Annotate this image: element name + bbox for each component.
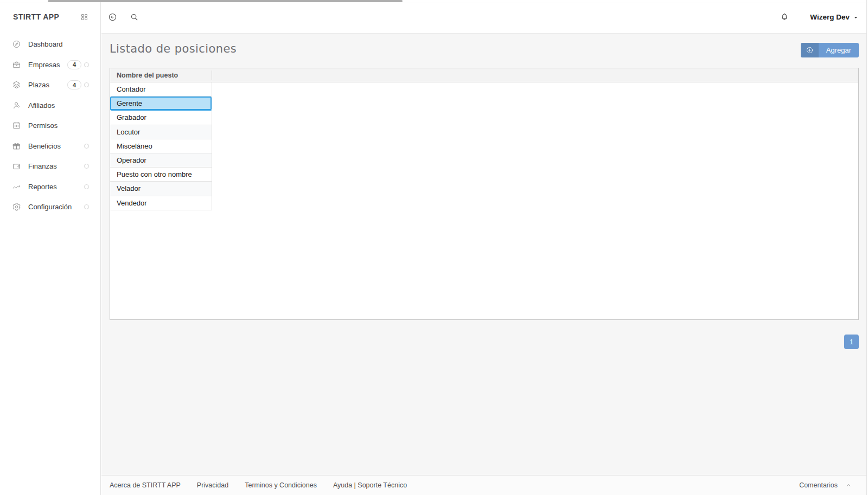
page-title: Listado de posiciones [110, 42, 237, 55]
footer-link[interactable]: Privacidad [197, 481, 228, 489]
chevron-up-icon [845, 482, 852, 488]
table-header-row: Nombre del puesto [110, 68, 858, 82]
sidebar-item-badge: 4 [67, 60, 81, 69]
search-icon[interactable] [130, 12, 139, 22]
sidebar: STIRTT APP Dashboard Empresas 4 Plazas 4… [0, 0, 101, 495]
sidebar-item-permisos[interactable]: Permisos [0, 115, 100, 136]
table-body: Contador Gerente Grabador Locutor Miscel… [110, 82, 212, 210]
sidebar-item-empresas[interactable]: Empresas 4 [0, 55, 100, 75]
user-menu[interactable]: Wizerg Dev [810, 0, 859, 34]
calendar-icon [12, 121, 21, 130]
app-window: STIRTT APP Dashboard Empresas 4 Plazas 4… [0, 0, 868, 495]
footer-link[interactable]: Acerca de STIRTT APP [110, 481, 181, 489]
gear-icon [12, 202, 21, 211]
add-button[interactable]: Agregar [801, 43, 859, 57]
apps-grid-icon[interactable] [80, 13, 88, 21]
sidebar-item-status-circle [84, 204, 89, 209]
sidebar-header: STIRTT APP [0, 0, 100, 34]
pagination: 1 [844, 335, 859, 349]
sidebar-item-configuracion[interactable]: Configuración [0, 197, 100, 217]
sidebar-item-label: Finanzas [28, 162, 84, 170]
sidebar-item-dashboard[interactable]: Dashboard [0, 34, 100, 55]
sidebar-item-status-circle [84, 144, 89, 149]
back-icon[interactable] [108, 12, 117, 22]
top-divider [0, 3, 868, 3]
positions-table: Nombre del puesto Contador Gerente Graba… [110, 68, 859, 320]
sidebar-item-status-circle [84, 82, 89, 87]
sidebar-nav: Dashboard Empresas 4 Plazas 4 Afiliados … [0, 34, 100, 217]
user-name: Wizerg Dev [810, 13, 850, 21]
wallet-icon [12, 162, 21, 171]
table-row[interactable]: Vendedor [110, 196, 212, 210]
footer: Acerca de STIRTT APP Privacidad Terminos… [101, 475, 868, 495]
sidebar-item-label: Empresas [28, 61, 67, 69]
feedback-label: Comentarios [799, 481, 838, 489]
trend-icon [12, 182, 21, 191]
sidebar-item-reportes[interactable]: Reportes [0, 177, 100, 197]
table-row[interactable]: Misceláneo [110, 139, 212, 153]
main-content: Listado de posiciones Agregar Nombre del… [101, 34, 868, 475]
table-row[interactable]: Operador [110, 153, 212, 168]
sidebar-item-status-circle [84, 184, 89, 189]
footer-links: Acerca de STIRTT APP Privacidad Terminos… [101, 481, 407, 489]
footer-link[interactable]: Terminos y Condiciones [245, 481, 317, 489]
chevron-down-icon [853, 15, 859, 21]
sidebar-item-status-circle [84, 164, 89, 169]
pagination-page-button[interactable]: 1 [844, 335, 859, 349]
table-row[interactable]: Grabador [110, 111, 212, 125]
column-divider [212, 70, 212, 80]
layers-icon [12, 80, 21, 89]
briefcase-icon [12, 60, 21, 69]
sidebar-item-label: Plazas [28, 81, 67, 89]
sidebar-item-beneficios[interactable]: Beneficios [0, 136, 100, 157]
table-row[interactable]: Locutor [110, 125, 212, 139]
notifications-bell-icon[interactable] [780, 12, 789, 22]
app-title: STIRTT APP [13, 12, 59, 21]
column-header-nombre-del-puesto[interactable]: Nombre del puesto [110, 68, 858, 82]
horizontal-scrollbar-thumb[interactable] [48, 0, 403, 2]
compass-icon [12, 40, 21, 49]
sidebar-item-finanzas[interactable]: Finanzas [0, 156, 100, 177]
footer-link[interactable]: Ayuda | Soporte Técnico [333, 481, 407, 489]
sidebar-item-label: Afiliados [28, 101, 89, 110]
user-icon [12, 101, 21, 110]
sidebar-item-label: Reportes [28, 183, 84, 191]
feedback-toggle[interactable]: Comentarios [799, 481, 868, 489]
table-row[interactable]: Velador [110, 182, 212, 196]
sidebar-item-label: Permisos [28, 121, 89, 130]
add-button-label: Agregar [819, 43, 859, 57]
sidebar-item-afiliados[interactable]: Afiliados [0, 95, 100, 116]
table-row[interactable]: Gerente [110, 97, 212, 111]
table-row[interactable]: Puesto con otro nombre [110, 168, 212, 182]
gift-icon [12, 142, 21, 151]
plus-circle-icon [801, 43, 819, 57]
sidebar-item-label: Beneficios [28, 142, 84, 150]
sidebar-item-status-circle [84, 62, 89, 67]
sidebar-item-label: Dashboard [28, 40, 89, 48]
sidebar-item-plazas[interactable]: Plazas 4 [0, 75, 100, 95]
sidebar-item-label: Configuración [28, 203, 84, 211]
sidebar-item-badge: 4 [67, 80, 81, 89]
table-row[interactable]: Contador [110, 82, 212, 97]
topbar: Wizerg Dev [101, 0, 868, 34]
